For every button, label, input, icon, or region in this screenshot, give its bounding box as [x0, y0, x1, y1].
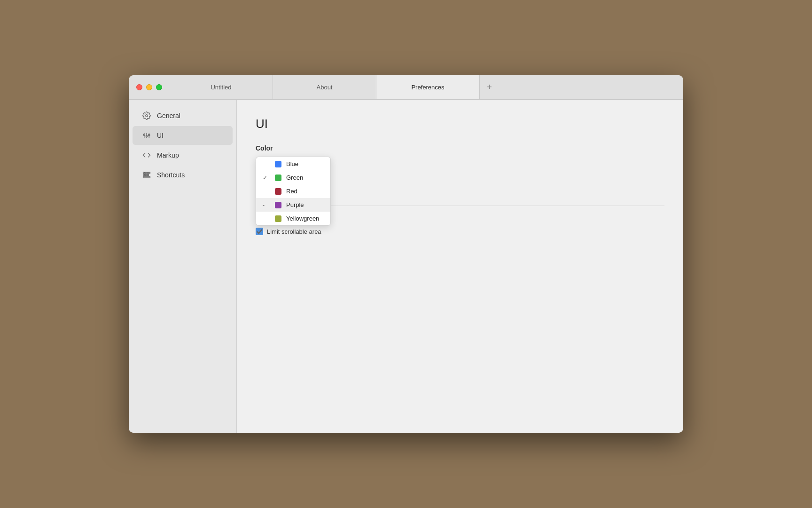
main-area: General UI [129, 100, 683, 433]
color-dropdown-menu[interactable]: Blue ✓ Green Red [256, 157, 331, 226]
purple-swatch [275, 202, 281, 208]
svg-rect-8 [146, 135, 148, 137]
limit-scrollable-row[interactable]: Limit scrollable area [256, 228, 664, 235]
svg-rect-7 [143, 134, 145, 135]
tab-preferences[interactable]: Preferences [376, 75, 480, 99]
green-label: Green [286, 174, 303, 181]
sidebar-item-markup[interactable]: Markup [133, 146, 233, 165]
limit-scrollable-checkbox[interactable] [256, 228, 263, 235]
color-option-blue[interactable]: Blue [256, 157, 330, 171]
yellowgreen-swatch [275, 215, 281, 222]
limit-scrollable-label: Limit scrollable area [267, 228, 321, 235]
blue-label: Blue [286, 160, 298, 167]
sidebar-item-shortcuts[interactable]: Shortcuts [133, 166, 233, 184]
svg-rect-16 [148, 175, 149, 176]
sidebar-label-markup: Markup [157, 151, 179, 159]
titlebar: Untitled About Preferences + [129, 75, 683, 100]
color-option-yellowgreen[interactable]: Yellowgreen [256, 212, 330, 225]
sidebar-label-general: General [157, 112, 180, 119]
red-checkmark [263, 188, 270, 195]
red-swatch [275, 188, 281, 195]
ui-icon [142, 131, 151, 140]
page-title: UI [256, 117, 664, 131]
green-swatch [275, 175, 281, 181]
color-option-purple[interactable]: - Purple [256, 198, 330, 212]
svg-rect-12 [148, 172, 149, 174]
close-button[interactable] [136, 84, 142, 90]
blue-checkmark [263, 161, 270, 167]
tab-about[interactable]: About [273, 75, 376, 99]
yellowgreen-label: Yellowgreen [286, 215, 319, 222]
shortcuts-icon [142, 170, 151, 180]
yellowgreen-checkmark [263, 215, 270, 222]
color-option-red[interactable]: Red [256, 184, 330, 198]
purple-checkmark: - [263, 202, 270, 208]
blue-swatch [275, 161, 281, 167]
gear-icon [142, 111, 151, 120]
markup-icon [142, 151, 151, 160]
sidebar-label-shortcuts: Shortcuts [157, 171, 185, 179]
sidebar-item-ui[interactable]: UI [133, 126, 233, 145]
red-label: Red [286, 188, 297, 195]
tab-untitled[interactable]: Untitled [170, 75, 273, 99]
tab-bar: Untitled About Preferences + [170, 75, 683, 99]
app-window: Untitled About Preferences + [129, 75, 683, 433]
maximize-button[interactable] [156, 84, 162, 90]
sidebar-label-ui: UI [157, 132, 164, 139]
svg-rect-9 [148, 135, 150, 136]
content-panel: UI Color Blue ✓ Green [237, 100, 683, 433]
sidebar: General UI [129, 100, 237, 433]
svg-point-0 [146, 115, 148, 117]
traffic-lights [129, 84, 170, 90]
svg-rect-17 [143, 176, 150, 178]
color-section-label: Color [256, 144, 664, 152]
svg-rect-10 [143, 172, 145, 174]
sidebar-item-general[interactable]: General [133, 106, 233, 125]
svg-rect-15 [145, 175, 147, 176]
new-tab-button[interactable]: + [480, 75, 499, 99]
minimize-button[interactable] [146, 84, 152, 90]
green-checkmark: ✓ [263, 175, 270, 181]
color-option-green[interactable]: ✓ Green [256, 171, 330, 184]
svg-rect-13 [149, 172, 150, 174]
svg-rect-14 [143, 175, 145, 176]
purple-label: Purple [286, 201, 304, 208]
svg-rect-11 [145, 172, 147, 174]
